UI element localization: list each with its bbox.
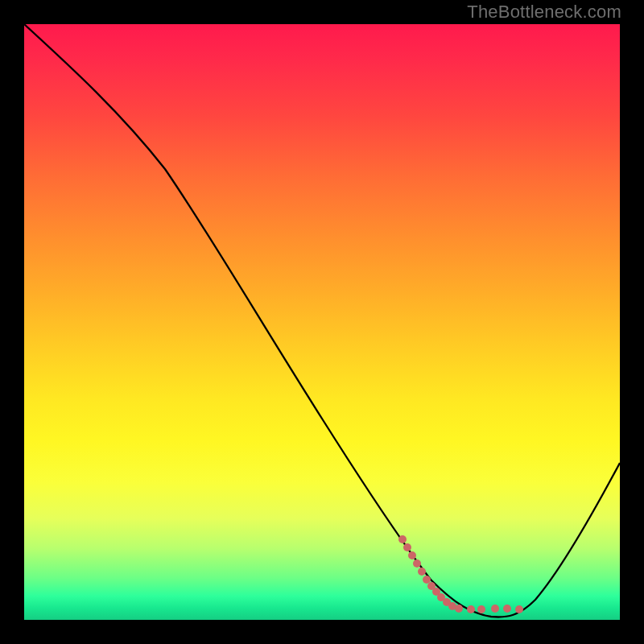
svg-point-15	[503, 605, 511, 613]
chart-frame	[20, 20, 624, 624]
svg-point-5	[423, 576, 431, 584]
svg-point-14	[491, 605, 499, 613]
optimal-range-dots	[24, 24, 620, 620]
watermark-text: TheBottleneck.com	[467, 2, 621, 23]
svg-point-12	[467, 605, 475, 613]
svg-point-16	[515, 605, 523, 613]
svg-point-0	[398, 535, 407, 543]
svg-point-2	[408, 551, 416, 559]
svg-point-4	[418, 568, 426, 576]
svg-point-11	[455, 605, 463, 613]
svg-point-13	[477, 605, 485, 613]
svg-point-1	[403, 543, 411, 551]
plot-area	[24, 24, 620, 620]
svg-point-3	[413, 559, 421, 568]
